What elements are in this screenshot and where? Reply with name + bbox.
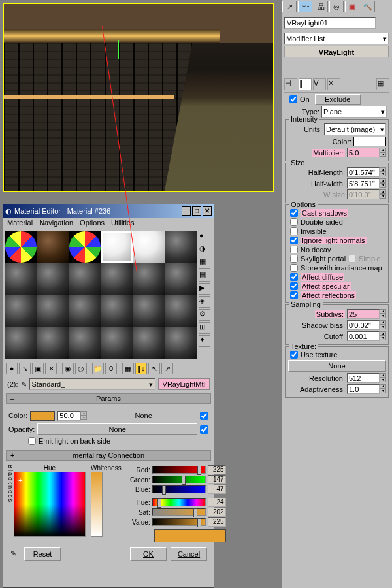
cast-shadows-checkbox[interactable] bbox=[290, 209, 298, 217]
sample-slot[interactable] bbox=[5, 295, 37, 327]
double-sided-checkbox[interactable] bbox=[290, 218, 298, 226]
utilities-tab-icon[interactable]: 🔨 bbox=[361, 1, 375, 12]
opacity-map-none-button[interactable]: None bbox=[37, 423, 197, 435]
mat-effects-icon[interactable]: 0 bbox=[105, 363, 117, 374]
show-end-result-icon[interactable]: ‖↓ bbox=[135, 363, 147, 374]
configure-icon[interactable]: ▦ bbox=[376, 78, 389, 90]
red-slider[interactable] bbox=[152, 466, 206, 474]
titlebar[interactable]: ◐Material Editor - Material #236 _□✕ bbox=[3, 204, 214, 218]
params-rollout-header[interactable]: Params bbox=[6, 393, 211, 404]
skylight-portal-checkbox[interactable] bbox=[290, 255, 298, 263]
multiplier-input[interactable] bbox=[347, 148, 380, 157]
modifier-stack-item[interactable]: VRayLight bbox=[284, 46, 389, 57]
pin-stack-icon[interactable]: ⊣ bbox=[284, 78, 297, 90]
red-value[interactable]: 225 bbox=[208, 465, 226, 474]
sample-slot[interactable] bbox=[5, 327, 37, 359]
sample-slot[interactable] bbox=[101, 295, 133, 327]
uv-tile-icon[interactable]: ▤ bbox=[199, 270, 210, 282]
color-map-none-button[interactable]: None bbox=[90, 410, 197, 421]
sample-slot[interactable] bbox=[37, 231, 69, 263]
sample-type-icon[interactable]: ● bbox=[199, 231, 210, 242]
sample-slot[interactable] bbox=[133, 295, 165, 327]
viewport[interactable] bbox=[3, 3, 274, 192]
modifier-list-dropdown[interactable]: Modifier List▾ bbox=[284, 33, 389, 44]
menu-navigation[interactable]: Navigation bbox=[39, 219, 73, 227]
sample-slot-selected[interactable] bbox=[101, 231, 133, 263]
put-library-icon[interactable]: 📁 bbox=[92, 363, 104, 374]
half-width-input[interactable] bbox=[347, 178, 380, 188]
sample-slot[interactable] bbox=[133, 263, 165, 295]
sample-slot[interactable] bbox=[69, 263, 101, 295]
sat-slider[interactable] bbox=[152, 508, 206, 516]
type-dropdown[interactable]: Plane▾ bbox=[321, 106, 387, 118]
unique-icon[interactable]: ∀ bbox=[313, 78, 326, 90]
value-value[interactable]: 225 bbox=[208, 517, 226, 527]
ignore-normals-checkbox[interactable] bbox=[290, 237, 298, 244]
create-tab-icon[interactable]: ↗ bbox=[282, 1, 297, 12]
make-unique-icon[interactable]: ◎ bbox=[75, 363, 87, 374]
object-name-field[interactable] bbox=[284, 17, 376, 29]
pick-icon[interactable]: ✎ bbox=[21, 380, 27, 389]
units-dropdown[interactable]: Default (image)▾ bbox=[324, 123, 386, 135]
show-map-icon[interactable]: ▦ bbox=[122, 363, 134, 374]
modify-tab-icon[interactable]: 〰 bbox=[298, 1, 312, 12]
backlight-icon[interactable]: ◑ bbox=[199, 244, 210, 255]
effects-icon[interactable]: ✦ bbox=[199, 335, 210, 347]
go-parent-icon[interactable]: ↖ bbox=[148, 363, 160, 374]
color-swatch[interactable] bbox=[353, 137, 386, 146]
hierarchy-tab-icon[interactable]: 品 bbox=[314, 1, 328, 12]
resolution-input[interactable] bbox=[347, 373, 380, 383]
select-by-icon[interactable]: ⊞ bbox=[199, 322, 210, 334]
sample-slot[interactable] bbox=[101, 263, 133, 295]
menubar[interactable]: Material Navigation Options Utilities bbox=[3, 218, 214, 229]
sample-slot[interactable] bbox=[69, 327, 101, 359]
panel-tabs[interactable]: ↗ 〰 品 ◎ ▣ 🔨 bbox=[282, 0, 392, 14]
blue-value[interactable]: 47 bbox=[208, 485, 226, 494]
sample-slot[interactable] bbox=[133, 327, 165, 359]
menu-material[interactable]: Material bbox=[7, 219, 33, 227]
exclude-button[interactable]: Exclude bbox=[315, 94, 361, 105]
half-length-input[interactable] bbox=[347, 167, 380, 177]
on-checkbox[interactable] bbox=[289, 95, 297, 103]
whiteness-slider[interactable] bbox=[91, 472, 103, 537]
preview-icon[interactable]: ◈ bbox=[199, 296, 210, 308]
motion-tab-icon[interactable]: ◎ bbox=[329, 1, 344, 12]
blue-slider[interactable] bbox=[152, 485, 206, 493]
material-name-dropdown[interactable]: Standard_▾ bbox=[29, 378, 155, 390]
get-material-icon[interactable]: ● bbox=[6, 363, 18, 374]
value-slider[interactable] bbox=[152, 518, 206, 526]
put-to-scene-icon[interactable]: ↘ bbox=[19, 363, 31, 374]
green-value[interactable]: 147 bbox=[208, 475, 226, 484]
sample-slot[interactable] bbox=[165, 231, 197, 263]
emit-back-checkbox[interactable] bbox=[28, 437, 36, 445]
sample-slot[interactable] bbox=[37, 327, 69, 359]
opacity-map-enable-checkbox[interactable] bbox=[200, 425, 208, 434]
affect-reflections-checkbox[interactable] bbox=[290, 291, 298, 299]
sample-slot[interactable] bbox=[69, 231, 101, 263]
sample-slot[interactable] bbox=[5, 231, 37, 263]
hue-sat-field[interactable]: + bbox=[14, 472, 86, 537]
green-slider[interactable] bbox=[152, 476, 206, 483]
reset-icon[interactable]: ✕ bbox=[45, 363, 57, 374]
use-texture-checkbox[interactable] bbox=[290, 351, 298, 359]
minimize-icon[interactable]: _ bbox=[182, 206, 191, 216]
assign-icon[interactable]: ▣ bbox=[32, 363, 44, 374]
ok-button[interactable]: OK bbox=[130, 547, 167, 561]
no-decay-checkbox[interactable] bbox=[290, 246, 298, 253]
sample-slot[interactable] bbox=[69, 295, 101, 327]
show-end-icon[interactable]: ‖ bbox=[299, 78, 312, 90]
eyedropper-icon[interactable]: ✎ bbox=[10, 549, 20, 559]
menu-options[interactable]: Options bbox=[80, 219, 105, 227]
cutoff-input[interactable] bbox=[347, 331, 380, 341]
texture-none-button[interactable]: None bbox=[288, 360, 386, 372]
mat-color-swatch[interactable] bbox=[30, 411, 55, 421]
sample-slot[interactable] bbox=[5, 263, 37, 295]
display-tab-icon[interactable]: ▣ bbox=[345, 1, 359, 12]
background-icon[interactable]: ▦ bbox=[199, 257, 210, 269]
color-map-enable-checkbox[interactable] bbox=[200, 412, 208, 420]
sample-slot[interactable] bbox=[37, 263, 69, 295]
make-copy-icon[interactable]: ◉ bbox=[62, 363, 74, 374]
hue-slider[interactable] bbox=[152, 498, 206, 506]
affect-specular-checkbox[interactable] bbox=[290, 282, 298, 290]
hue-value[interactable]: 24 bbox=[208, 498, 226, 507]
